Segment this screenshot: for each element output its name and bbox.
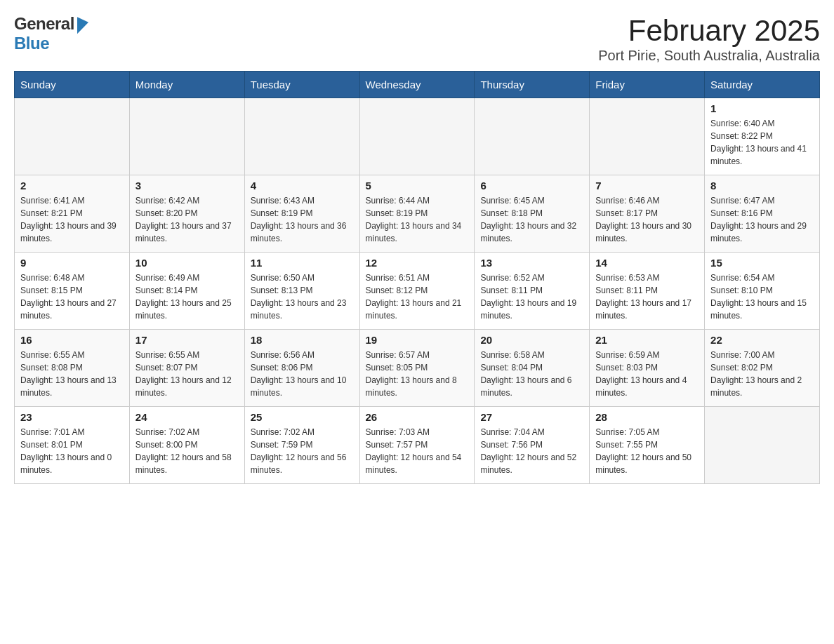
calendar-cell: 1Sunrise: 6:40 AMSunset: 8:22 PMDaylight… — [705, 98, 820, 175]
day-info: Sunrise: 6:50 AMSunset: 8:13 PMDaylight:… — [251, 271, 354, 322]
calendar-cell: 28Sunrise: 7:05 AMSunset: 7:55 PMDayligh… — [590, 407, 705, 484]
day-info: Sunrise: 6:58 AMSunset: 8:04 PMDaylight:… — [480, 349, 583, 399]
calendar-table: SundayMondayTuesdayWednesdayThursdayFrid… — [14, 71, 820, 484]
day-info: Sunrise: 6:51 AMSunset: 8:12 PMDaylight:… — [366, 271, 469, 322]
day-number: 13 — [480, 257, 583, 269]
day-number: 28 — [595, 411, 699, 423]
week-row-5: 23Sunrise: 7:01 AMSunset: 8:01 PMDayligh… — [15, 407, 820, 484]
calendar-cell: 4Sunrise: 6:43 AMSunset: 8:19 PMDaylight… — [244, 175, 359, 253]
header-thursday: Thursday — [475, 72, 590, 98]
day-number: 7 — [595, 180, 699, 192]
day-number: 6 — [480, 180, 583, 192]
day-number: 22 — [710, 334, 814, 346]
header-saturday: Saturday — [705, 72, 820, 98]
calendar-cell: 10Sunrise: 6:49 AMSunset: 8:14 PMDayligh… — [129, 253, 244, 330]
day-info: Sunrise: 6:53 AMSunset: 8:11 PMDaylight:… — [595, 271, 699, 322]
day-number: 21 — [595, 334, 699, 346]
calendar-cell: 26Sunrise: 7:03 AMSunset: 7:57 PMDayligh… — [359, 407, 475, 484]
logo-blue-text: Blue — [14, 34, 49, 53]
header-tuesday: Tuesday — [244, 72, 359, 98]
header-wednesday: Wednesday — [359, 72, 475, 98]
calendar-cell — [475, 98, 590, 175]
day-info: Sunrise: 6:55 AMSunset: 8:07 PMDaylight:… — [135, 349, 239, 399]
day-number: 11 — [251, 257, 354, 269]
calendar-cell: 7Sunrise: 6:46 AMSunset: 8:17 PMDaylight… — [590, 175, 705, 253]
day-number: 20 — [480, 334, 583, 346]
day-number: 15 — [710, 257, 814, 269]
calendar-cell: 8Sunrise: 6:47 AMSunset: 8:16 PMDaylight… — [705, 175, 820, 253]
day-info: Sunrise: 6:57 AMSunset: 8:05 PMDaylight:… — [366, 349, 469, 399]
day-info: Sunrise: 6:44 AMSunset: 8:19 PMDaylight:… — [366, 194, 469, 245]
header-monday: Monday — [129, 72, 244, 98]
calendar-cell: 15Sunrise: 6:54 AMSunset: 8:10 PMDayligh… — [705, 253, 820, 330]
day-number: 27 — [480, 411, 583, 423]
calendar-cell — [15, 98, 130, 175]
header-friday: Friday — [590, 72, 705, 98]
day-info: Sunrise: 6:54 AMSunset: 8:10 PMDaylight:… — [710, 271, 814, 322]
day-info: Sunrise: 7:05 AMSunset: 7:55 PMDaylight:… — [595, 426, 699, 476]
calendar-cell: 12Sunrise: 6:51 AMSunset: 8:12 PMDayligh… — [359, 253, 475, 330]
page-header: General Blue February 2025 Port Pirie, S… — [14, 14, 820, 64]
day-info: Sunrise: 7:01 AMSunset: 8:01 PMDaylight:… — [20, 426, 124, 476]
day-number: 5 — [366, 180, 469, 192]
logo: General Blue — [14, 14, 88, 53]
day-number: 23 — [20, 411, 124, 423]
day-number: 1 — [710, 102, 814, 114]
calendar-cell: 19Sunrise: 6:57 AMSunset: 8:05 PMDayligh… — [359, 330, 475, 407]
week-row-1: 1Sunrise: 6:40 AMSunset: 8:22 PMDaylight… — [15, 98, 820, 175]
day-number: 14 — [595, 257, 699, 269]
title-block: February 2025 Port Pirie, South Australi… — [598, 14, 820, 64]
day-number: 19 — [366, 334, 469, 346]
day-number: 24 — [135, 411, 239, 423]
calendar-cell — [590, 98, 705, 175]
calendar-cell: 20Sunrise: 6:58 AMSunset: 8:04 PMDayligh… — [475, 330, 590, 407]
calendar-cell: 11Sunrise: 6:50 AMSunset: 8:13 PMDayligh… — [244, 253, 359, 330]
day-info: Sunrise: 7:02 AMSunset: 8:00 PMDaylight:… — [135, 426, 239, 476]
calendar-cell: 21Sunrise: 6:59 AMSunset: 8:03 PMDayligh… — [590, 330, 705, 407]
day-info: Sunrise: 6:47 AMSunset: 8:16 PMDaylight:… — [710, 194, 814, 245]
week-row-2: 2Sunrise: 6:41 AMSunset: 8:21 PMDaylight… — [15, 175, 820, 253]
day-info: Sunrise: 6:48 AMSunset: 8:15 PMDaylight:… — [20, 271, 124, 322]
day-info: Sunrise: 6:41 AMSunset: 8:21 PMDaylight:… — [20, 194, 124, 245]
calendar-title: February 2025 — [598, 14, 820, 48]
days-of-week-row: SundayMondayTuesdayWednesdayThursdayFrid… — [15, 72, 820, 98]
week-row-3: 9Sunrise: 6:48 AMSunset: 8:15 PMDaylight… — [15, 253, 820, 330]
calendar-cell: 23Sunrise: 7:01 AMSunset: 8:01 PMDayligh… — [15, 407, 130, 484]
calendar-cell — [129, 98, 244, 175]
day-number: 8 — [710, 180, 814, 192]
day-number: 9 — [20, 257, 124, 269]
day-info: Sunrise: 6:55 AMSunset: 8:08 PMDaylight:… — [20, 349, 124, 399]
calendar-header: SundayMondayTuesdayWednesdayThursdayFrid… — [15, 72, 820, 98]
calendar-subtitle: Port Pirie, South Australia, Australia — [598, 48, 820, 64]
day-info: Sunrise: 6:40 AMSunset: 8:22 PMDaylight:… — [710, 117, 814, 168]
day-number: 17 — [135, 334, 239, 346]
calendar-cell: 27Sunrise: 7:04 AMSunset: 7:56 PMDayligh… — [475, 407, 590, 484]
calendar-cell — [705, 407, 820, 484]
day-info: Sunrise: 6:45 AMSunset: 8:18 PMDaylight:… — [480, 194, 583, 245]
calendar-cell: 2Sunrise: 6:41 AMSunset: 8:21 PMDaylight… — [15, 175, 130, 253]
calendar-cell: 6Sunrise: 6:45 AMSunset: 8:18 PMDaylight… — [475, 175, 590, 253]
day-info: Sunrise: 6:46 AMSunset: 8:17 PMDaylight:… — [595, 194, 699, 245]
logo-arrow-icon — [77, 14, 88, 34]
logo-general-text: General — [14, 14, 74, 34]
day-info: Sunrise: 6:52 AMSunset: 8:11 PMDaylight:… — [480, 271, 583, 322]
calendar-cell: 24Sunrise: 7:02 AMSunset: 8:00 PMDayligh… — [129, 407, 244, 484]
calendar-cell: 22Sunrise: 7:00 AMSunset: 8:02 PMDayligh… — [705, 330, 820, 407]
day-number: 16 — [20, 334, 124, 346]
day-info: Sunrise: 6:42 AMSunset: 8:20 PMDaylight:… — [135, 194, 239, 245]
calendar-cell: 13Sunrise: 6:52 AMSunset: 8:11 PMDayligh… — [475, 253, 590, 330]
week-row-4: 16Sunrise: 6:55 AMSunset: 8:08 PMDayligh… — [15, 330, 820, 407]
day-number: 2 — [20, 180, 124, 192]
day-info: Sunrise: 6:59 AMSunset: 8:03 PMDaylight:… — [595, 349, 699, 399]
day-info: Sunrise: 7:00 AMSunset: 8:02 PMDaylight:… — [710, 349, 814, 399]
day-number: 4 — [251, 180, 354, 192]
calendar-body: 1Sunrise: 6:40 AMSunset: 8:22 PMDaylight… — [15, 98, 820, 484]
calendar-cell: 17Sunrise: 6:55 AMSunset: 8:07 PMDayligh… — [129, 330, 244, 407]
day-number: 3 — [135, 180, 239, 192]
calendar-cell — [244, 98, 359, 175]
calendar-cell: 14Sunrise: 6:53 AMSunset: 8:11 PMDayligh… — [590, 253, 705, 330]
calendar-cell: 16Sunrise: 6:55 AMSunset: 8:08 PMDayligh… — [15, 330, 130, 407]
calendar-cell — [359, 98, 475, 175]
day-info: Sunrise: 7:02 AMSunset: 7:59 PMDaylight:… — [251, 426, 354, 476]
day-info: Sunrise: 6:49 AMSunset: 8:14 PMDaylight:… — [135, 271, 239, 322]
